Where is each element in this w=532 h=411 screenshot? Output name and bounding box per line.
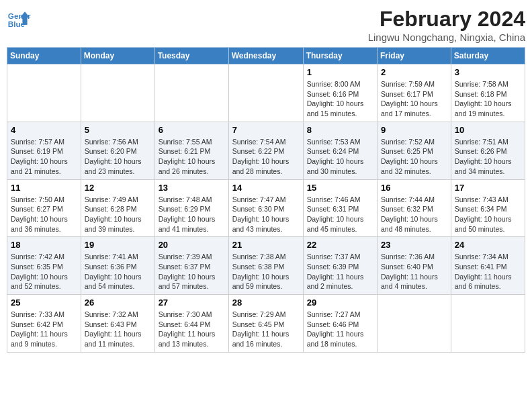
day-info: Sunrise: 7:52 AM Sunset: 6:25 PM Dayligh…	[381, 137, 447, 177]
day-number: 7	[232, 125, 300, 135]
day-info: Sunrise: 7:43 AM Sunset: 6:34 PM Dayligh…	[455, 195, 521, 234]
calendar-cell	[81, 64, 154, 122]
day-number: 3	[455, 67, 521, 77]
calendar-cell: 16Sunrise: 7:44 AM Sunset: 6:32 PM Dayli…	[378, 179, 451, 237]
week-row-4: 18Sunrise: 7:42 AM Sunset: 6:35 PM Dayli…	[7, 237, 525, 295]
day-info: Sunrise: 7:55 AM Sunset: 6:21 PM Dayligh…	[159, 137, 225, 177]
day-info: Sunrise: 7:50 AM Sunset: 6:27 PM Dayligh…	[11, 195, 77, 234]
calendar-table: SundayMondayTuesdayWednesdayThursdayFrid…	[7, 47, 525, 353]
logo: General Blue	[7, 7, 31, 31]
calendar-cell: 26Sunrise: 7:32 AM Sunset: 6:43 PM Dayli…	[81, 295, 154, 353]
calendar-cell: 8Sunrise: 7:53 AM Sunset: 6:24 PM Daylig…	[303, 122, 377, 179]
day-number: 28	[232, 298, 300, 308]
day-info: Sunrise: 7:49 AM Sunset: 6:28 PM Dayligh…	[85, 195, 151, 234]
calendar-cell: 21Sunrise: 7:38 AM Sunset: 6:38 PM Dayli…	[228, 237, 303, 295]
calendar-cell: 12Sunrise: 7:49 AM Sunset: 6:28 PM Dayli…	[81, 179, 154, 237]
weekday-header-monday: Monday	[81, 48, 154, 64]
day-info: Sunrise: 7:56 AM Sunset: 6:20 PM Dayligh…	[85, 137, 151, 177]
calendar-cell: 15Sunrise: 7:46 AM Sunset: 6:31 PM Dayli…	[303, 179, 377, 237]
weekday-header-row: SundayMondayTuesdayWednesdayThursdayFrid…	[7, 48, 525, 64]
day-number: 8	[307, 125, 373, 135]
calendar-cell	[7, 64, 81, 122]
calendar-cell: 23Sunrise: 7:36 AM Sunset: 6:40 PM Dayli…	[378, 237, 451, 295]
calendar-cell: 14Sunrise: 7:47 AM Sunset: 6:30 PM Dayli…	[228, 179, 303, 237]
weekday-header-sunday: Sunday	[7, 48, 81, 64]
day-info: Sunrise: 7:30 AM Sunset: 6:44 PM Dayligh…	[159, 310, 225, 349]
calendar-cell: 9Sunrise: 7:52 AM Sunset: 6:25 PM Daylig…	[378, 122, 451, 179]
day-number: 2	[381, 67, 447, 77]
main-title: February 2024	[368, 7, 525, 32]
day-number: 17	[455, 183, 521, 193]
calendar-cell: 24Sunrise: 7:34 AM Sunset: 6:41 PM Dayli…	[451, 237, 525, 295]
day-info: Sunrise: 7:41 AM Sunset: 6:36 PM Dayligh…	[85, 252, 151, 291]
week-row-1: 1Sunrise: 8:00 AM Sunset: 6:16 PM Daylig…	[7, 64, 525, 122]
day-number: 10	[455, 125, 521, 135]
day-number: 5	[85, 125, 151, 135]
calendar-cell: 22Sunrise: 7:37 AM Sunset: 6:39 PM Dayli…	[303, 237, 377, 295]
calendar-cell: 17Sunrise: 7:43 AM Sunset: 6:34 PM Dayli…	[451, 179, 525, 237]
day-info: Sunrise: 7:48 AM Sunset: 6:29 PM Dayligh…	[159, 195, 225, 234]
day-info: Sunrise: 7:46 AM Sunset: 6:31 PM Dayligh…	[307, 195, 373, 234]
day-info: Sunrise: 7:39 AM Sunset: 6:37 PM Dayligh…	[159, 252, 225, 291]
day-number: 24	[455, 240, 521, 250]
day-info: Sunrise: 7:44 AM Sunset: 6:32 PM Dayligh…	[381, 195, 447, 234]
day-info: Sunrise: 7:37 AM Sunset: 6:39 PM Dayligh…	[307, 252, 373, 291]
day-info: Sunrise: 7:47 AM Sunset: 6:30 PM Dayligh…	[232, 195, 300, 234]
day-number: 16	[381, 183, 447, 193]
calendar-cell: 20Sunrise: 7:39 AM Sunset: 6:37 PM Dayli…	[154, 237, 228, 295]
calendar-cell: 27Sunrise: 7:30 AM Sunset: 6:44 PM Dayli…	[154, 295, 228, 353]
calendar-cell	[154, 64, 228, 122]
calendar-cell: 7Sunrise: 7:54 AM Sunset: 6:22 PM Daylig…	[228, 122, 303, 179]
calendar-cell: 25Sunrise: 7:33 AM Sunset: 6:42 PM Dayli…	[7, 295, 81, 353]
day-number: 23	[381, 240, 447, 250]
calendar-cell: 3Sunrise: 7:58 AM Sunset: 6:18 PM Daylig…	[451, 64, 525, 122]
week-row-5: 25Sunrise: 7:33 AM Sunset: 6:42 PM Dayli…	[7, 295, 525, 353]
weekday-header-tuesday: Tuesday	[154, 48, 228, 64]
logo-icon: General Blue	[7, 7, 31, 31]
calendar-cell: 1Sunrise: 8:00 AM Sunset: 6:16 PM Daylig…	[303, 64, 377, 122]
calendar-cell: 2Sunrise: 7:59 AM Sunset: 6:17 PM Daylig…	[378, 64, 451, 122]
calendar-cell: 13Sunrise: 7:48 AM Sunset: 6:29 PM Dayli…	[154, 179, 228, 237]
calendar-cell: 28Sunrise: 7:29 AM Sunset: 6:45 PM Dayli…	[228, 295, 303, 353]
calendar-cell	[451, 295, 525, 353]
day-number: 22	[307, 240, 373, 250]
day-info: Sunrise: 7:54 AM Sunset: 6:22 PM Dayligh…	[232, 137, 300, 177]
day-number: 6	[159, 125, 225, 135]
day-number: 13	[159, 183, 225, 193]
day-number: 19	[85, 240, 151, 250]
header: General Blue February 2024 Lingwu Nongch…	[7, 7, 525, 43]
day-number: 12	[85, 183, 151, 193]
weekday-header-friday: Friday	[378, 48, 451, 64]
day-number: 14	[232, 183, 300, 193]
calendar-cell	[378, 295, 451, 353]
day-info: Sunrise: 7:32 AM Sunset: 6:43 PM Dayligh…	[85, 310, 151, 349]
day-number: 26	[85, 298, 151, 308]
day-info: Sunrise: 8:00 AM Sunset: 6:16 PM Dayligh…	[307, 79, 373, 119]
day-info: Sunrise: 7:29 AM Sunset: 6:45 PM Dayligh…	[232, 310, 300, 349]
week-row-3: 11Sunrise: 7:50 AM Sunset: 6:27 PM Dayli…	[7, 179, 525, 237]
calendar-cell: 5Sunrise: 7:56 AM Sunset: 6:20 PM Daylig…	[81, 122, 154, 179]
day-number: 27	[159, 298, 225, 308]
weekday-header-wednesday: Wednesday	[228, 48, 303, 64]
day-number: 21	[232, 240, 300, 250]
day-info: Sunrise: 7:53 AM Sunset: 6:24 PM Dayligh…	[307, 137, 373, 177]
day-info: Sunrise: 7:42 AM Sunset: 6:35 PM Dayligh…	[11, 252, 77, 291]
day-number: 11	[11, 183, 77, 193]
day-info: Sunrise: 7:27 AM Sunset: 6:46 PM Dayligh…	[307, 310, 373, 349]
day-number: 25	[11, 298, 77, 308]
day-info: Sunrise: 7:38 AM Sunset: 6:38 PM Dayligh…	[232, 252, 300, 291]
day-number: 15	[307, 183, 373, 193]
day-info: Sunrise: 7:51 AM Sunset: 6:26 PM Dayligh…	[455, 137, 521, 177]
calendar-cell: 29Sunrise: 7:27 AM Sunset: 6:46 PM Dayli…	[303, 295, 377, 353]
day-info: Sunrise: 7:33 AM Sunset: 6:42 PM Dayligh…	[11, 310, 77, 349]
week-row-2: 4Sunrise: 7:57 AM Sunset: 6:19 PM Daylig…	[7, 122, 525, 179]
day-number: 4	[11, 125, 77, 135]
day-info: Sunrise: 7:57 AM Sunset: 6:19 PM Dayligh…	[11, 137, 77, 177]
day-number: 20	[159, 240, 225, 250]
day-number: 29	[307, 298, 373, 308]
day-number: 1	[307, 67, 373, 77]
weekday-header-thursday: Thursday	[303, 48, 377, 64]
calendar-cell: 11Sunrise: 7:50 AM Sunset: 6:27 PM Dayli…	[7, 179, 81, 237]
calendar-cell	[228, 64, 303, 122]
weekday-header-saturday: Saturday	[451, 48, 525, 64]
